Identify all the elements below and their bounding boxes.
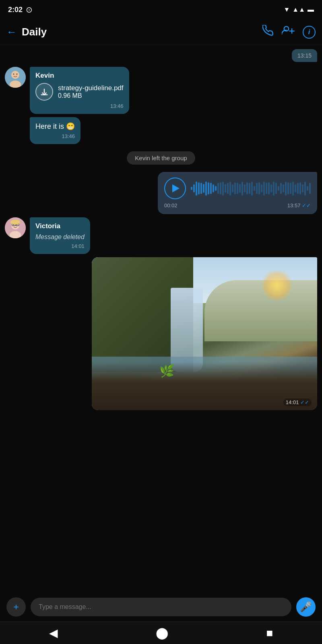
wave-bar [299,182,301,194]
wave-bar [263,182,265,196]
wave-bar [217,183,219,194]
wave-bar [268,182,270,194]
play-button[interactable] [164,178,186,199]
check-icon: ✓✓ [302,202,311,208]
wave-bar [215,186,217,191]
chat-title: Daily [22,26,262,38]
home-nav-icon[interactable]: ⬤ [156,626,168,640]
wave-bar [196,182,197,196]
kevin-file-time: 13:46 [35,103,124,109]
attach-button[interactable]: + [6,597,26,617]
wave-bar [229,182,231,196]
signal-icon: ▲▲ [292,6,305,13]
file-info: strategy-guideline.pdf 0.96 MB [58,84,124,99]
wave-bar [295,184,296,192]
file-attachment[interactable]: strategy-guideline.pdf 0.96 MB [35,83,124,101]
wave-bar [232,184,233,192]
back-nav-icon[interactable]: ◀ [49,626,58,640]
photo-time: 14:01 ✓✓ [283,398,312,406]
mountain [204,280,317,341]
photo-message: 🌿 14:01 ✓✓ [5,257,317,410]
play-icon [172,184,180,192]
mic-button[interactable]: 🎤 [296,597,316,617]
wave-bar [191,187,192,190]
kevin-text-bubble: Here it is 😁 13:46 [30,117,80,144]
system-bubble: Kevin left the group [127,151,195,165]
wave-bar [275,183,277,194]
svg-point-7 [17,74,18,75]
recent-apps-icon[interactable]: ■ [266,627,273,640]
wave-bar [254,186,255,191]
wave-bar [242,182,243,196]
g-icon: ⊙ [26,5,33,14]
wave-bar [237,183,238,194]
chat-area: 13:15 Kevin [0,45,322,466]
voice-duration: 00:02 [164,202,178,208]
wave-bar [261,184,262,192]
wave-bar [210,183,212,194]
wave-bar [283,184,284,192]
wave-bar [287,182,289,194]
wave-bar [256,183,258,194]
plus-icon: + [13,601,19,613]
wave-bar [200,183,202,194]
wave-bar [285,182,287,196]
wave-bar [246,182,248,194]
wave-bar [251,182,253,196]
info-icon[interactable]: i [303,26,316,39]
input-bar: + 🎤 [0,592,322,621]
wave-bar [193,184,195,192]
photo-bubble[interactable]: 🌿 14:01 ✓✓ [92,257,317,410]
plant: 🌿 [159,364,174,378]
microphone-icon: 🎤 [300,601,312,613]
wave-bar [213,184,214,192]
message-input[interactable] [31,598,291,616]
svg-point-16 [10,220,20,225]
photo-landscape: 🌿 14:01 ✓✓ [92,257,317,410]
victoria-message: Victoria Message deleted 14:01 [5,217,317,254]
voice-message: 00:02 13:57 ✓✓ [5,172,317,214]
wave-bar [208,182,209,194]
system-message: Kevin left the group [5,151,317,165]
status-bar: 2:02 ⊙ ▼ ▲▲ ▬ [0,0,322,19]
info-letter: i [308,29,310,36]
wave-bar [249,183,250,194]
wifi-icon: ▼ [283,6,290,13]
victoria-sender-name: Victoria [35,222,85,230]
wave-bar [198,182,200,194]
wave-bar [220,182,221,194]
file-size: 0.96 MB [58,92,124,99]
wave-bar [292,182,294,196]
partial-time: 13:15 [297,52,312,59]
kevin-text: Here it is 😁 [35,122,75,130]
victoria-bubble: Victoria Message deleted 14:01 [30,217,90,254]
wave-bar [205,182,207,196]
wave-bar [225,184,226,193]
wave-bar [239,184,241,193]
wave-bar [297,183,299,194]
wave-bar [234,182,236,194]
file-name: strategy-guideline.pdf [58,84,124,92]
partial-bubble: 13:15 [292,49,317,62]
status-time: 2:02 [8,6,23,14]
wave-bar [266,183,267,194]
bottom-spacer [5,413,317,462]
voice-controls [164,178,311,199]
svg-point-4 [11,71,19,79]
back-button[interactable]: ← [6,26,17,38]
add-user-icon[interactable] [282,25,295,39]
call-icon[interactable] [262,25,274,39]
header-actions: i [262,25,316,39]
wave-bar [258,182,260,194]
kevin-avatar [5,67,26,88]
wave-bar [280,183,282,194]
wave-bar [244,184,246,192]
wave-bar [304,182,306,196]
wave-bar [273,182,275,196]
download-button[interactable] [35,83,53,101]
kevin-text-time: 13:46 [35,133,75,139]
system-text: Kevin left the group [135,155,187,161]
wave-bar [309,183,311,194]
svg-point-6 [13,74,14,75]
wave-bar [278,186,279,191]
